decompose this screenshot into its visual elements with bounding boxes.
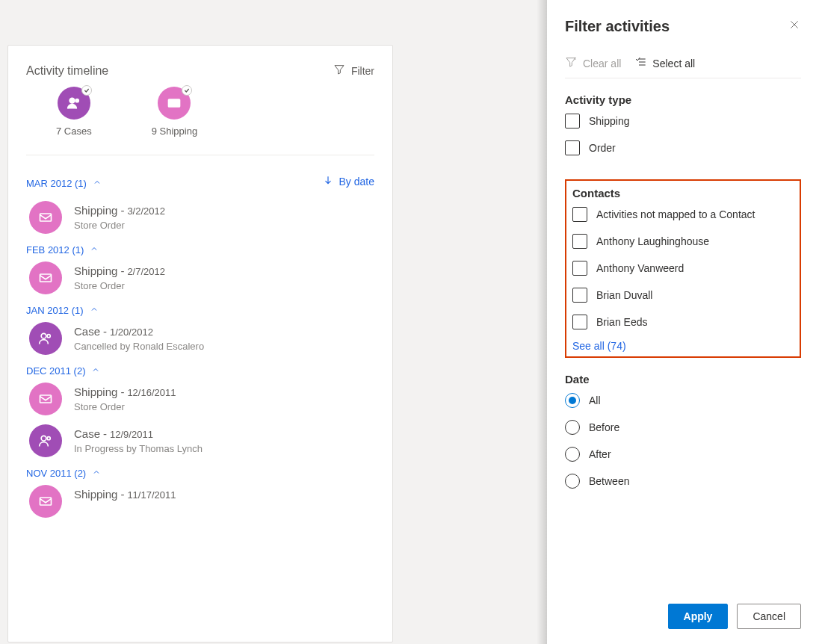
select-all-icon	[634, 56, 646, 70]
close-icon	[789, 20, 800, 32]
checkbox-icon	[572, 288, 587, 303]
svg-rect-3	[40, 214, 52, 221]
svg-rect-7	[40, 395, 52, 403]
svg-point-0	[69, 98, 75, 103]
checkbox-unmapped[interactable]: Activities not mapped to a Contact	[572, 207, 794, 222]
activity-timeline-card: Activity timeline Filter 7 Cases 9 Shipp…	[7, 45, 393, 643]
radio-after[interactable]: After	[565, 447, 801, 462]
filter-icon	[333, 64, 345, 78]
check-badge-icon	[81, 85, 92, 96]
svg-point-6	[47, 335, 50, 338]
checkbox-icon	[572, 315, 587, 329]
section-title: Date	[565, 373, 801, 386]
chevron-up-icon	[93, 178, 102, 189]
divider	[26, 155, 374, 155]
timeline-item[interactable]: Shipping-2/7/2012 Store Order	[29, 261, 374, 294]
select-all-button[interactable]: Select all	[634, 56, 695, 70]
checkbox-icon	[572, 234, 587, 249]
activity-type-section: Activity type Shipping Order	[565, 93, 801, 167]
person-icon	[29, 424, 62, 457]
summary-shipping-label: 9 Shipping	[152, 126, 197, 137]
timeline-item[interactable]: Shipping-3/2/2012 Store Order	[29, 201, 374, 234]
month-header[interactable]: NOV 2011 (2)	[26, 468, 374, 479]
month-header[interactable]: FEB 2012 (1)	[26, 244, 374, 256]
checkbox-icon	[572, 261, 587, 276]
checkbox-contact[interactable]: Anthony Laughinghouse	[572, 234, 794, 249]
checkbox-icon	[572, 207, 587, 222]
month-header[interactable]: DEC 2011 (2)	[26, 365, 374, 377]
chevron-up-icon	[91, 365, 100, 377]
radio-icon	[565, 420, 580, 435]
checkbox-contact[interactable]: Anthony Vanweerd	[572, 261, 794, 276]
checkbox-contact[interactable]: Brian Duvall	[572, 288, 794, 303]
svg-point-8	[41, 436, 46, 441]
summary-cases[interactable]: 7 Cases	[56, 87, 92, 137]
person-icon	[58, 87, 90, 120]
apply-button[interactable]: Apply	[668, 604, 729, 629]
section-title: Activity type	[565, 93, 801, 106]
section-title: Contacts	[572, 187, 794, 199]
date-section: Date All Before After Between	[565, 373, 801, 501]
clear-filter-icon	[565, 56, 577, 70]
check-badge-icon	[182, 85, 192, 96]
timeline-item[interactable]: Case-1/20/2012 Cancelled by Ronald Escal…	[29, 322, 374, 355]
mail-icon	[29, 261, 62, 294]
month-header[interactable]: JAN 2012 (1)	[26, 305, 374, 316]
cancel-button[interactable]: Cancel	[737, 604, 801, 629]
radio-between[interactable]: Between	[565, 474, 801, 489]
chevron-up-icon	[90, 244, 99, 256]
see-all-link[interactable]: See all (74)	[572, 340, 794, 352]
chevron-up-icon	[90, 305, 99, 316]
summary-row: 7 Cases 9 Shipping	[56, 87, 374, 137]
radio-icon	[565, 393, 580, 408]
month-header[interactable]: MAR 2012 (1)	[26, 178, 102, 189]
checkbox-order[interactable]: Order	[565, 140, 801, 155]
checkbox-contact[interactable]: Brian Eeds	[572, 315, 794, 329]
checkbox-icon	[565, 140, 580, 155]
filter-label: Filter	[351, 65, 374, 77]
filter-button[interactable]: Filter	[333, 64, 374, 78]
timeline-item[interactable]: Shipping-12/16/2011 Store Order	[29, 383, 374, 415]
radio-icon	[565, 447, 580, 462]
radio-before[interactable]: Before	[565, 420, 801, 435]
clear-all-button[interactable]: Clear all	[565, 56, 621, 70]
radio-all[interactable]: All	[565, 393, 801, 408]
panel-title: Filter activities	[565, 18, 670, 35]
arrow-down-icon	[323, 175, 333, 188]
svg-point-1	[75, 99, 78, 102]
timeline-item[interactable]: Case-12/9/2011 In Progress by Thomas Lyn…	[29, 424, 374, 457]
card-title: Activity timeline	[26, 64, 108, 78]
panel-footer: Apply Cancel	[565, 592, 801, 644]
sort-by-date[interactable]: By date	[323, 175, 374, 188]
radio-icon	[565, 474, 580, 489]
panel-shadow	[537, 0, 547, 644]
mail-icon	[158, 87, 191, 120]
summary-cases-label: 7 Cases	[56, 126, 92, 137]
close-button[interactable]	[788, 18, 801, 34]
summary-shipping[interactable]: 9 Shipping	[152, 87, 197, 137]
filter-panel: Filter activities Clear all Select all A…	[547, 0, 819, 644]
chevron-up-icon	[92, 468, 101, 479]
checkbox-shipping[interactable]: Shipping	[565, 114, 801, 129]
timeline-item[interactable]: Shipping-11/17/2011	[29, 485, 374, 518]
svg-rect-4	[40, 274, 52, 282]
contacts-highlight-box: Contacts Activities not mapped to a Cont…	[565, 179, 801, 358]
svg-point-9	[47, 437, 50, 440]
mail-icon	[29, 201, 62, 234]
svg-rect-10	[40, 498, 52, 505]
checkbox-icon	[565, 114, 580, 129]
mail-icon	[29, 485, 62, 518]
mail-icon	[29, 383, 62, 415]
person-icon	[29, 322, 62, 355]
svg-point-5	[41, 333, 46, 338]
